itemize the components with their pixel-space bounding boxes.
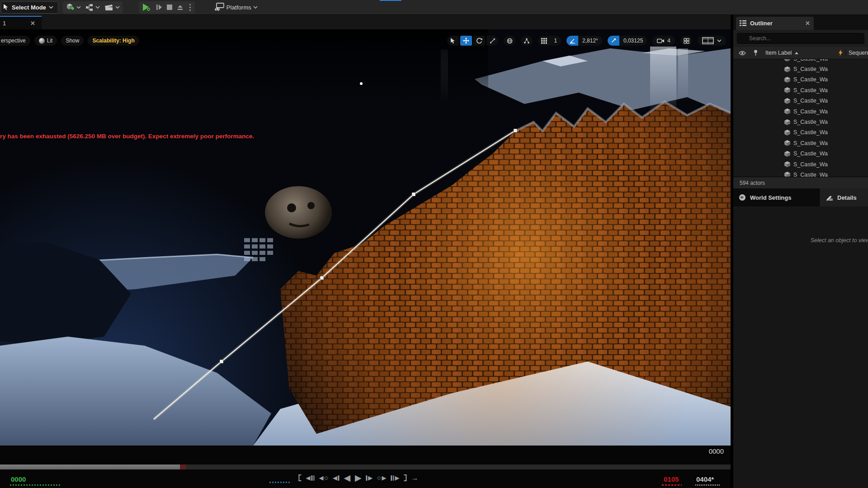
lit-label: Lit [47,38,53,44]
list-item[interactable]: S_Castle_Wa [733,159,868,169]
select-mode-label: Select Mode [12,4,46,11]
camera-speed-value: 4 [667,38,670,44]
stop-button[interactable] [167,5,172,10]
stop-icon [167,5,172,10]
end-time-field[interactable]: 0404* [696,475,714,483]
item-label-column[interactable]: Item Label [765,50,792,56]
scrubber-progress [0,465,180,469]
blueprints-button[interactable] [85,4,100,11]
static-mesh-icon [784,76,791,83]
level-tab-label: 1 [3,20,6,27]
previous-shot-button[interactable]: ◀ [306,475,314,481]
world-space-icon [507,38,513,44]
outliner-column-header: Item Label Sequen [733,47,868,59]
scale-tool-button[interactable] [486,36,498,46]
scrubber-playhead[interactable] [180,465,186,469]
pin-icon[interactable] [753,50,758,56]
play-in-editor-button[interactable] [142,3,151,12]
level-viewport[interactable]: erspective Lit Show Scalability: High [0,29,731,446]
chevron-down-icon [95,6,100,9]
start-time-field[interactable]: 0000 [11,475,26,483]
camera-speed-control[interactable]: 4 [652,36,675,46]
step-forward-button[interactable]: ▶ [366,475,373,481]
list-item[interactable]: S_Castle_Wa [733,106,868,117]
frame-skip-icon [156,4,162,10]
lit-mode-button[interactable]: Lit [34,36,57,46]
maximize-viewport-button[interactable] [680,36,692,46]
play-forward-button[interactable]: ▶ [355,474,362,482]
start-time-ticks [10,484,61,486]
scale-snap-toggle[interactable] [608,36,619,46]
select-tool-button[interactable] [447,36,459,46]
list-item[interactable]: S_Castle_Wa [733,96,868,106]
chevron-down-icon [717,39,722,42]
close-icon[interactable]: ✕ [805,20,810,27]
cursor-icon [3,4,9,10]
tab-world-settings[interactable]: World Settings [733,188,819,206]
outliner-tab[interactable]: Outliner ✕ [736,17,814,30]
list-item[interactable]: S_Castle_Wa [733,59,868,64]
details-panel-body: Select an object to view [733,206,868,488]
play-reverse-button[interactable]: ◀ [344,474,350,482]
show-button[interactable]: Show [61,36,84,46]
close-icon[interactable]: ✕ [30,20,35,27]
viewport-layout-button[interactable] [698,36,726,46]
previous-key-button[interactable]: ◀◇ [319,475,328,481]
current-time-field[interactable]: 0105 [664,475,679,483]
list-item[interactable]: S_Castle_Wa [733,169,868,177]
rotation-snap-value[interactable]: 2,812° [578,36,602,46]
jump-to-end-button[interactable] [404,474,407,481]
scale-snap-value[interactable]: 0,03125 [619,36,647,46]
rotation-snap-toggle[interactable] [566,36,578,46]
cinematics-button[interactable] [104,3,120,11]
platforms-label: Platforms [226,4,251,11]
list-item[interactable]: S_Castle_Wa [733,149,868,159]
camera-icon [657,38,665,44]
next-shot-button[interactable]: ▶ [391,475,400,481]
search-input[interactable] [737,33,864,44]
static-mesh-icon [784,140,791,146]
platforms-icon [214,3,225,12]
level-tab[interactable]: 1 ✕ [0,16,42,29]
detail-tabs: World Settings Details [733,188,868,206]
platforms-button[interactable]: Platforms [214,3,258,12]
list-item[interactable]: S_Castle_Wa [733,64,868,74]
grid-snap-value[interactable]: 1 [550,36,561,46]
timeline-scrubber[interactable] [0,465,731,469]
sequencer-column[interactable]: Sequen [849,50,868,56]
play-toolbar-group [139,1,195,14]
lightning-icon[interactable] [838,50,843,56]
list-item[interactable]: S_Castle_Wa [733,117,868,127]
rotate-tool-button[interactable] [473,36,485,46]
visibility-eye-icon[interactable] [739,51,746,56]
add-actor-button[interactable] [66,3,81,12]
translate-tool-button[interactable] [460,36,472,46]
skip-frame-button[interactable] [156,4,162,10]
list-item[interactable]: S_Castle_Wa [733,85,868,95]
scalability-button[interactable]: Scalability: High [88,36,139,46]
list-item[interactable]: S_Castle_Wa [733,138,868,148]
perspective-button[interactable]: erspective [0,36,30,46]
current-time-ticks [662,484,682,486]
select-mode-button[interactable]: Select Mode [1,1,58,14]
tab-details[interactable]: Details [819,188,868,206]
rotation-snap-control: 2,812° [566,36,602,46]
play-options-button[interactable] [188,4,192,11]
jump-to-front-button[interactable] [298,474,301,481]
outliner-list: S_Castle_Wa S_Castle_Wa S_Castle_Wa S_Ca… [733,59,868,177]
static-mesh-icon [784,129,791,136]
clapperboard-icon [104,3,113,11]
blueprint-graph-icon [85,4,94,11]
grid-snap-toggle[interactable] [538,36,550,46]
end-time-ticks [695,484,721,486]
static-mesh-icon [784,161,791,168]
list-item[interactable]: S_Castle_Wa [733,75,868,85]
eject-button[interactable] [177,5,184,10]
list-item[interactable]: S_Castle_Wa [733,127,868,138]
playback-mode-button[interactable]: → [411,474,419,482]
grid-snap-control: 1 [538,36,561,46]
next-key-button[interactable]: ◇▶ [377,475,386,481]
step-back-button[interactable]: ◀ [333,475,340,481]
coordinate-space-button[interactable] [504,36,515,46]
surface-snapping-button[interactable] [521,36,533,46]
